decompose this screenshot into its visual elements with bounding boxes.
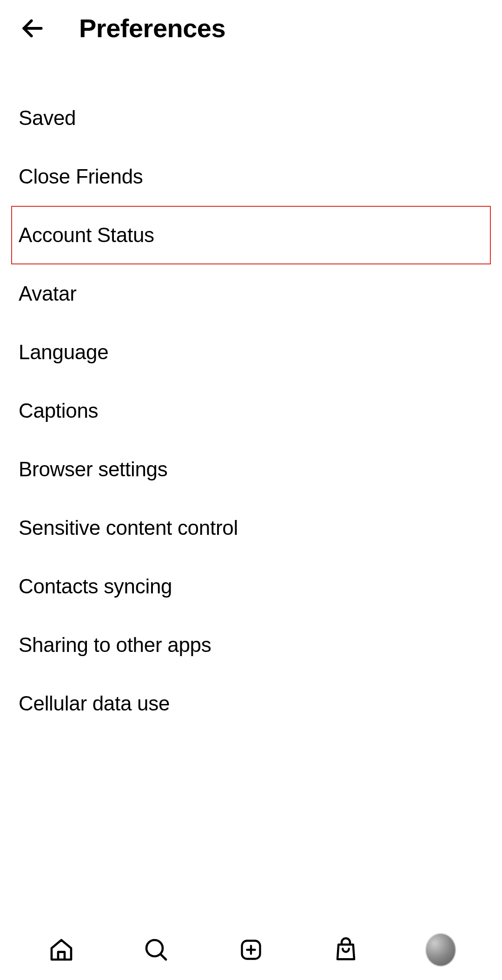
menu-item-avatar[interactable]: Avatar <box>0 264 502 323</box>
menu-item-captions[interactable]: Captions <box>0 381 502 440</box>
menu-item-contacts-syncing[interactable]: Contacts syncing <box>0 557 502 616</box>
menu-item-saved[interactable]: Saved <box>0 89 502 147</box>
back-button[interactable] <box>19 14 46 42</box>
page-title: Preferences <box>79 13 225 43</box>
shopping-bag-icon <box>333 937 358 962</box>
menu-item-browser-settings[interactable]: Browser settings <box>0 440 502 499</box>
nav-shop[interactable] <box>331 935 361 965</box>
avatar-icon <box>426 934 456 966</box>
menu-item-close-friends[interactable]: Close Friends <box>0 147 502 206</box>
menu-item-language[interactable]: Language <box>0 323 502 381</box>
menu-item-sharing-apps[interactable]: Sharing to other apps <box>0 616 502 674</box>
home-icon <box>48 937 74 963</box>
svg-line-2 <box>160 954 166 960</box>
nav-profile[interactable] <box>426 935 456 965</box>
nav-create[interactable] <box>236 935 266 965</box>
header: Preferences <box>0 0 502 56</box>
nav-search[interactable] <box>141 935 171 965</box>
bottom-navigation <box>0 920 502 980</box>
menu-item-account-status[interactable]: Account Status <box>11 206 491 264</box>
nav-home[interactable] <box>46 935 76 965</box>
menu-item-sensitive-content[interactable]: Sensitive content control <box>0 499 502 557</box>
preferences-menu: Saved Close Friends Account Status Avata… <box>0 56 502 733</box>
arrow-left-icon <box>20 15 46 41</box>
plus-square-icon <box>239 938 263 962</box>
search-icon <box>143 937 169 963</box>
menu-item-cellular-data[interactable]: Cellular data use <box>0 674 502 733</box>
